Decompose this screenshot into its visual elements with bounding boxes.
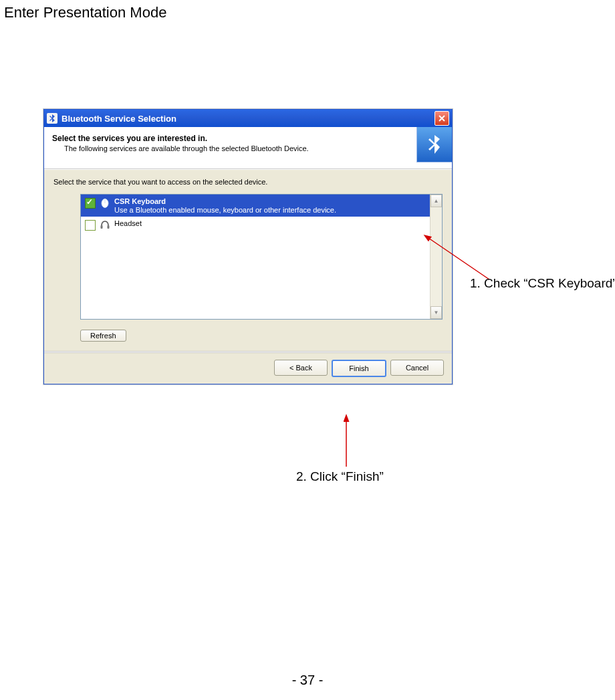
service-title: Headset: [114, 219, 142, 227]
scroll-down-icon[interactable]: ▼: [430, 306, 442, 319]
close-button[interactable]: [435, 111, 449, 126]
header-main-text: Select the services you are interested i…: [52, 134, 444, 143]
dialog-titlebar: Bluetooth Service Selection: [44, 110, 452, 127]
svg-rect-2: [101, 225, 103, 229]
service-title: CSR Keyboard: [114, 197, 336, 205]
bluetooth-badge-icon: [416, 127, 452, 162]
bluetooth-icon: [47, 113, 57, 124]
service-list: CSR Keyboard Use a Bluetooth enabled mou…: [81, 195, 430, 319]
service-listbox: CSR Keyboard Use a Bluetooth enabled mou…: [80, 194, 443, 320]
scroll-up-icon[interactable]: ▲: [430, 195, 442, 207]
header-sub-text: The following services are available thr…: [64, 144, 444, 152]
service-item-csr-keyboard[interactable]: CSR Keyboard Use a Bluetooth enabled mou…: [81, 195, 430, 217]
page-number: - 37 -: [0, 673, 615, 688]
bluetooth-dialog: Bluetooth Service Selection Select the s…: [43, 109, 453, 384]
page-heading: Enter Presentation Mode: [4, 4, 166, 21]
dialog-body: Select the services you are interested i…: [44, 127, 452, 384]
svg-rect-3: [108, 225, 110, 229]
content-panel: Select the service that you want to acce…: [44, 170, 452, 351]
service-desc: Use a Bluetooth enabled mouse, keyboard …: [114, 206, 336, 214]
headset-icon: [100, 219, 110, 230]
annotation-arrow-2: [338, 417, 358, 471]
svg-line-4: [428, 238, 489, 279]
dialog-title: Bluetooth Service Selection: [62, 114, 435, 124]
prompt-text: Select the service that you want to acce…: [53, 178, 443, 186]
cancel-button[interactable]: Cancel: [390, 360, 444, 376]
annotation-2: 2. Click “Finish”: [296, 469, 384, 484]
service-item-headset[interactable]: Headset: [81, 217, 430, 233]
checkbox-headset[interactable]: [85, 220, 96, 231]
finish-button[interactable]: Finish: [332, 360, 386, 377]
mouse-icon: [100, 197, 110, 208]
dialog-footer: < Back Finish Cancel: [44, 352, 452, 384]
dialog-header: Select the services you are interested i…: [44, 127, 452, 168]
checkbox-csr-keyboard[interactable]: [85, 198, 96, 209]
refresh-button[interactable]: Refresh: [80, 330, 126, 342]
back-button[interactable]: < Back: [274, 360, 328, 376]
annotation-1: 1. Check “CSR Keyboard”: [470, 276, 615, 291]
